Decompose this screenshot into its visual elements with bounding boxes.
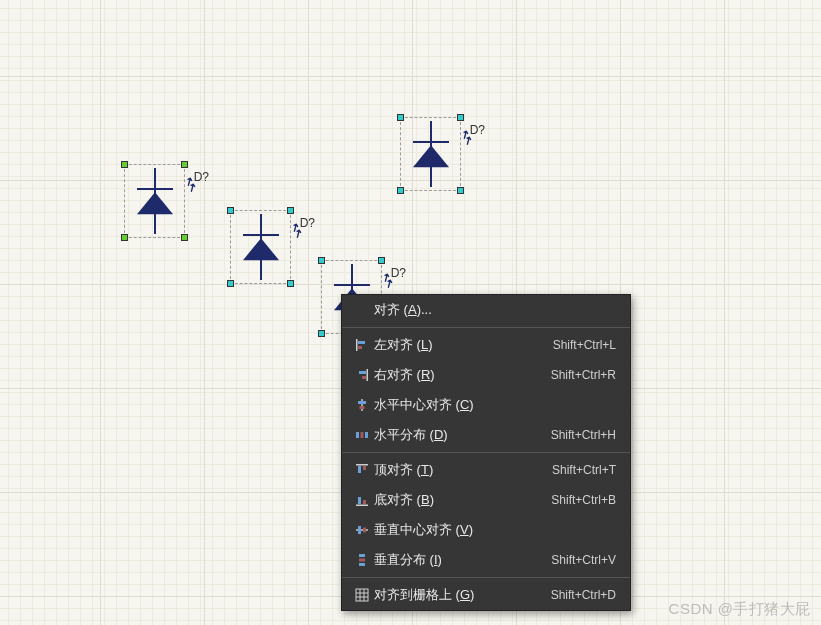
svg-rect-0 — [356, 339, 358, 351]
svg-rect-2 — [358, 346, 362, 349]
menu-item-label: 对齐到栅格上 (G) — [374, 586, 474, 604]
diode-component[interactable]: ↗↗ D? — [228, 208, 293, 286]
svg-rect-13 — [358, 466, 361, 473]
menu-item[interactable]: 垂直中心对齐 (V) — [342, 515, 630, 545]
diode-cathode-bar — [137, 188, 173, 190]
resize-handle-tl[interactable] — [121, 161, 128, 168]
svg-rect-3 — [367, 369, 369, 381]
align-context-menu: 对齐 (A)... 左对齐 (L) Shift+Ctrl+L 右对齐 (R) S… — [341, 294, 631, 611]
svg-rect-19 — [358, 526, 361, 534]
menu-item[interactable]: 对齐 (A)... — [342, 295, 630, 325]
menu-item-shortcut: Shift+Ctrl+V — [551, 553, 616, 567]
resize-handle-tr[interactable] — [181, 161, 188, 168]
resize-handle-tl[interactable] — [227, 207, 234, 214]
menu-item-label: 对齐 (A)... — [374, 301, 432, 319]
resize-handle-br[interactable] — [181, 234, 188, 241]
diode-component[interactable]: ↗↗ D? — [398, 115, 463, 193]
svg-rect-8 — [360, 406, 365, 409]
diode-triangle-icon — [413, 145, 449, 167]
svg-rect-7 — [358, 401, 366, 404]
diode-triangle-icon — [137, 192, 173, 214]
svg-rect-11 — [365, 432, 368, 438]
menu-item-label: 左对齐 (L) — [374, 336, 433, 354]
menu-item-shortcut: Shift+Ctrl+T — [552, 463, 616, 477]
resize-handle-br[interactable] — [457, 187, 464, 194]
svg-rect-6 — [361, 399, 362, 411]
menu-item-label: 垂直中心对齐 (V) — [374, 521, 473, 539]
menu-item-label: 顶对齐 (T) — [374, 461, 433, 479]
svg-rect-23 — [359, 563, 365, 566]
resize-handle-bl[interactable] — [397, 187, 404, 194]
component-designator[interactable]: D? — [194, 170, 209, 184]
menu-item[interactable]: 右对齐 (R) Shift+Ctrl+R — [342, 360, 630, 390]
component-designator[interactable]: D? — [470, 123, 485, 137]
svg-rect-9 — [356, 432, 359, 438]
align-right-icon — [350, 368, 374, 382]
menu-item-shortcut: Shift+Ctrl+B — [551, 493, 616, 507]
svg-rect-21 — [359, 554, 365, 557]
menu-separator — [342, 452, 630, 453]
component-designator[interactable]: D? — [391, 266, 406, 280]
resize-handle-tr[interactable] — [287, 207, 294, 214]
svg-rect-24 — [356, 589, 368, 601]
align-left-icon — [350, 338, 374, 352]
svg-rect-16 — [358, 497, 361, 504]
diode-cathode-bar — [334, 284, 370, 286]
svg-rect-12 — [356, 464, 368, 466]
component-designator[interactable]: D? — [300, 216, 315, 230]
menu-item[interactable]: 左对齐 (L) Shift+Ctrl+L — [342, 330, 630, 360]
diode-cathode-bar — [243, 234, 279, 236]
menu-item[interactable]: 对齐到栅格上 (G) Shift+Ctrl+D — [342, 580, 630, 610]
svg-rect-5 — [362, 376, 366, 379]
resize-handle-bl[interactable] — [121, 234, 128, 241]
menu-item-shortcut: Shift+Ctrl+H — [551, 428, 616, 442]
svg-rect-14 — [363, 466, 366, 470]
align-bottom-icon — [350, 493, 374, 507]
svg-rect-18 — [356, 529, 368, 530]
menu-item-label: 水平分布 (D) — [374, 426, 448, 444]
menu-item-label: 右对齐 (R) — [374, 366, 435, 384]
svg-rect-4 — [359, 371, 366, 374]
resize-handle-tl[interactable] — [397, 114, 404, 121]
menu-item-shortcut: Shift+Ctrl+D — [551, 588, 616, 602]
svg-rect-15 — [356, 505, 368, 507]
svg-rect-10 — [361, 432, 364, 438]
menu-item[interactable]: 顶对齐 (T) Shift+Ctrl+T — [342, 455, 630, 485]
resize-handle-bl[interactable] — [318, 330, 325, 337]
resize-handle-tr[interactable] — [457, 114, 464, 121]
svg-rect-17 — [363, 500, 366, 504]
svg-rect-1 — [358, 341, 365, 344]
menu-separator — [342, 577, 630, 578]
resize-handle-tr[interactable] — [378, 257, 385, 264]
diode-component[interactable]: ↗↗ D? — [122, 162, 187, 240]
menu-item-label: 水平中心对齐 (C) — [374, 396, 474, 414]
svg-rect-22 — [359, 559, 365, 562]
distribute-h-icon — [350, 428, 374, 442]
diode-cathode-bar — [413, 141, 449, 143]
menu-item-shortcut: Shift+Ctrl+L — [553, 338, 616, 352]
align-vcenter-icon — [350, 523, 374, 537]
menu-item-label: 垂直分布 (I) — [374, 551, 442, 569]
diode-triangle-icon — [243, 238, 279, 260]
align-top-icon — [350, 463, 374, 477]
menu-separator — [342, 327, 630, 328]
align-grid-icon — [350, 588, 374, 602]
distribute-v-icon — [350, 553, 374, 567]
menu-item-shortcut: Shift+Ctrl+R — [551, 368, 616, 382]
align-hcenter-icon — [350, 398, 374, 412]
resize-handle-br[interactable] — [287, 280, 294, 287]
menu-item[interactable]: 水平分布 (D) Shift+Ctrl+H — [342, 420, 630, 450]
resize-handle-bl[interactable] — [227, 280, 234, 287]
menu-item-label: 底对齐 (B) — [374, 491, 434, 509]
menu-item[interactable]: 底对齐 (B) Shift+Ctrl+B — [342, 485, 630, 515]
menu-item[interactable]: 垂直分布 (I) Shift+Ctrl+V — [342, 545, 630, 575]
resize-handle-tl[interactable] — [318, 257, 325, 264]
menu-item[interactable]: 水平中心对齐 (C) — [342, 390, 630, 420]
svg-rect-20 — [363, 528, 366, 533]
